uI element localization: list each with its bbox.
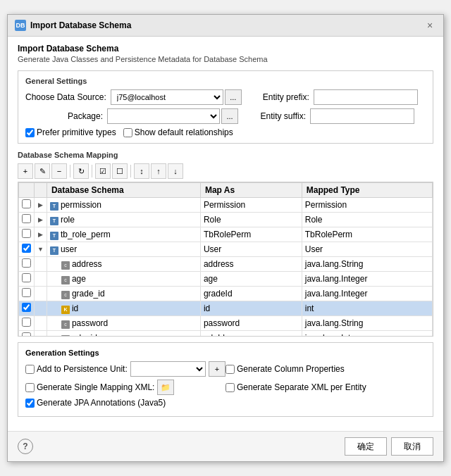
move-up-button[interactable]: ↑ (151, 163, 166, 179)
add-persistence-label: Add to Persistence Unit: (37, 364, 128, 374)
table-row[interactable]: crole_idroleIdjava.lang.Integer (19, 331, 433, 337)
table-row[interactable]: ▶Ttb_role_permTbRolePermTbRolePerm (19, 227, 433, 242)
add-persistence-checkbox[interactable]: Add to Persistence Unit: (25, 364, 128, 374)
check-all-button[interactable]: ☑ (95, 163, 111, 179)
move-down-button[interactable]: ↓ (168, 163, 183, 179)
dialog-body: Import Database Schema Generate Java Cla… (8, 37, 443, 431)
dialog-subheading: Generate Java Classes and Persistence Me… (18, 55, 433, 63)
gen-column-properties-right: Generate Column Properties (226, 364, 426, 374)
row-schema-name: cgrade_id (47, 287, 200, 301)
gen-separate-xml-label: Generate Separate XML per Entity (237, 382, 366, 392)
row-expand-cell (35, 257, 47, 272)
toolbar-separator-3 (130, 165, 131, 177)
row-map-as: age (200, 272, 302, 287)
single-mapping-left: Generate Single Mapping XML: 📁 (25, 380, 226, 395)
single-mapping-browse-button[interactable]: 📁 (157, 380, 174, 395)
row-check-cell (19, 287, 35, 301)
row-schema-name: caddress (47, 257, 200, 272)
jpa-annotations-label: Generate JPA Annotations (Java5) (37, 398, 166, 408)
gen-separate-xml-right: Generate Separate XML per Entity (226, 382, 426, 392)
title-bar: DB Import Database Schema × (8, 15, 443, 37)
package-browse-button[interactable]: ... (221, 108, 238, 124)
table-row[interactable]: Kididint (19, 301, 433, 316)
single-mapping-checkbox[interactable]: Generate Single Mapping XML: (25, 382, 154, 392)
help-button[interactable]: ? (18, 439, 33, 454)
table-row[interactable]: ▶TpermissionPermissionPermission (19, 198, 433, 213)
row-schema-name: cpassword (47, 316, 200, 331)
table-row[interactable]: cpasswordpasswordjava.lang.String (19, 316, 433, 331)
col-check (19, 183, 35, 198)
add-persistence-left: Add to Persistence Unit: + (25, 361, 226, 377)
dialog-icon: DB (15, 20, 26, 31)
entity-suffix-input[interactable] (310, 108, 414, 124)
table-row[interactable]: cageagejava.lang.Integer (19, 272, 433, 287)
row-mapped-type: User (302, 242, 432, 257)
row-check-cell (19, 213, 35, 227)
row-mapped-type: java.lang.Integer (302, 287, 432, 301)
row-expand-cell[interactable]: ▼ (35, 242, 47, 257)
row-check-cell (19, 272, 35, 287)
row-mapped-type: java.lang.Integer (302, 272, 432, 287)
row-mapped-type: int (302, 301, 432, 316)
row-check-cell (19, 242, 35, 257)
show-default-relationships-label: Show default relationships (135, 127, 233, 137)
entity-prefix-label: Entity prefix: (253, 92, 309, 102)
gen-column-properties-checkbox[interactable]: Generate Column Properties (226, 364, 345, 374)
row-check-cell (19, 227, 35, 242)
data-source-browse-button[interactable]: ... (225, 89, 242, 105)
add-button[interactable]: + (18, 163, 33, 179)
row-mapped-type: Role (302, 213, 432, 227)
data-source-row: Choose Data Source: j75@localhost ... En… (25, 89, 426, 105)
table-row[interactable]: caddressaddressjava.lang.String (19, 257, 433, 272)
row-expand-cell[interactable]: ▶ (35, 213, 47, 227)
show-default-relationships-checkbox[interactable]: Show default relationships (123, 127, 233, 137)
persistence-unit-select[interactable] (130, 361, 206, 377)
row-expand-cell[interactable]: ▶ (35, 198, 47, 213)
table-row[interactable]: ▶TroleRoleRole (19, 213, 433, 227)
footer-right: 确定 取消 (345, 437, 433, 456)
title-bar-left: DB Import Database Schema (15, 20, 131, 31)
toolbar-separator-2 (92, 165, 92, 177)
prefer-primitive-types-checkbox[interactable]: Prefer primitive types (25, 127, 116, 137)
persistence-unit-add-button[interactable]: + (209, 361, 226, 377)
row-mapped-type: java.lang.Integer (302, 331, 432, 337)
edit-button[interactable]: ✎ (35, 163, 50, 179)
entity-prefix-input[interactable] (314, 89, 418, 105)
package-select[interactable] (107, 108, 220, 124)
row-schema-name: crole_id (47, 331, 200, 337)
schema-mapping-group: Database Schema Mapping + ✎ − ↻ ☑ ☐ ↕ ↑ … (18, 151, 433, 337)
row-schema-name: Tpermission (47, 198, 200, 213)
gen-column-properties-label: Generate Column Properties (237, 364, 345, 374)
data-source-input-group: j75@localhost ... (111, 89, 242, 105)
jpa-annotations-checkbox[interactable]: Generate JPA Annotations (Java5) (25, 398, 166, 408)
cancel-button[interactable]: 取消 (391, 437, 433, 456)
schema-container[interactable]: Database Schema Map As Mapped Type ▶Tper… (18, 182, 433, 337)
options-row: Prefer primitive types Show default rela… (25, 127, 426, 137)
row-map-as: gradeId (200, 287, 302, 301)
table-row[interactable]: ▼TuserUserUser (19, 242, 433, 257)
gen-separate-xml-checkbox[interactable]: Generate Separate XML per Entity (226, 382, 366, 392)
row-check-cell (19, 301, 35, 316)
jpa-annotations-row: Generate JPA Annotations (Java5) (25, 398, 426, 408)
row-schema-name: Ttb_role_perm (47, 227, 200, 242)
jpa-annotations-left: Generate JPA Annotations (Java5) (25, 398, 426, 408)
row-expand-cell[interactable]: ▶ (35, 227, 47, 242)
close-button[interactable]: × (424, 19, 436, 32)
refresh-button[interactable]: ↻ (73, 163, 89, 179)
row-map-as: TbRolePerm (200, 227, 302, 242)
entity-suffix-label: Entity suffix: (249, 111, 306, 121)
add-persistence-row: Add to Persistence Unit: + Generate Colu… (25, 361, 426, 377)
col-expand (35, 183, 47, 198)
row-mapped-type: java.lang.String (302, 316, 432, 331)
toolbar-separator-1 (70, 165, 70, 177)
ok-button[interactable]: 确定 (345, 437, 387, 456)
schema-tbody: ▶TpermissionPermissionPermission▶TroleRo… (19, 198, 433, 337)
schema-toolbar: + ✎ − ↻ ☑ ☐ ↕ ↑ ↓ (18, 163, 433, 179)
row-map-as: Permission (200, 198, 302, 213)
table-row[interactable]: cgrade_idgradeIdjava.lang.Integer (19, 287, 433, 301)
data-source-select[interactable]: j75@localhost (111, 89, 223, 105)
uncheck-all-button[interactable]: ☐ (112, 163, 128, 179)
remove-button[interactable]: − (51, 163, 67, 179)
row-expand-cell (35, 272, 47, 287)
sort-button[interactable]: ↕ (134, 163, 149, 179)
